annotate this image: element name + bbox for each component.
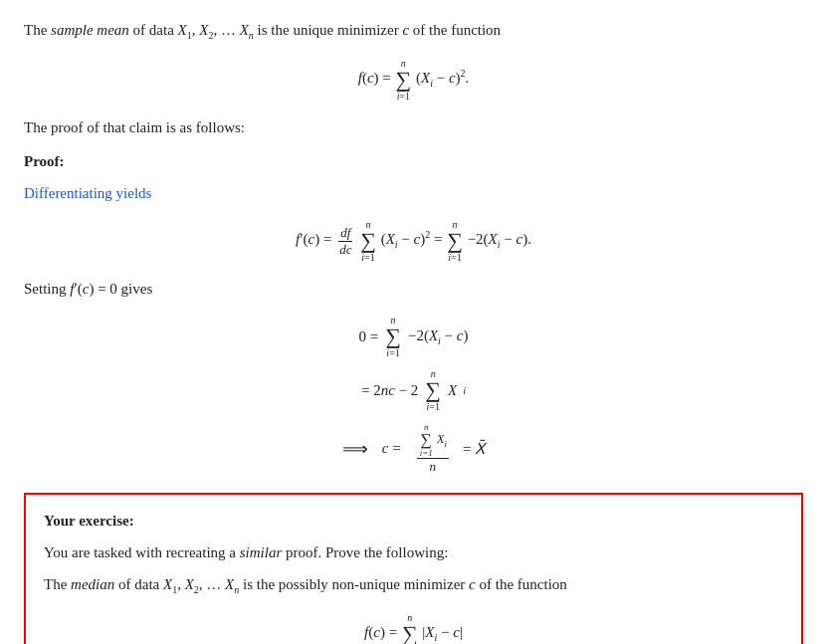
eq1-block: f(c) = n ∑ i=1 (Xi − c)2. — [24, 58, 803, 102]
differentiating-line: Differentiating yields — [24, 181, 803, 205]
sample-mean-em: sample mean — [51, 22, 129, 38]
exercise-box: Your exercise: You are tasked with recre… — [24, 493, 803, 644]
eq2-block: f′(c) = df dc n ∑ i=1 (Xi − c)2 = n ∑ i=… — [24, 219, 803, 263]
align-row-2: = 2nc − 2 n ∑ i=1 Xi — [361, 368, 466, 412]
intro-line: The sample mean of data X1, X2, … Xn is … — [24, 18, 803, 44]
setting-line: Setting f′(c) = 0 gives — [24, 277, 803, 301]
exercise-median-line: The median of data X1, X2, … Xn is the p… — [44, 572, 783, 598]
aligned-equations: 0 = n ∑ i=1 −2(Xi − c) = 2nc − 2 n ∑ i=1… — [24, 315, 803, 475]
align-row-1: 0 = n ∑ i=1 −2(Xi − c) — [359, 315, 469, 358]
proof-label: Proof: — [24, 149, 803, 173]
eq3-block: f(c) = n ∑ i=1 |Xi − c| — [44, 612, 783, 644]
intro-vars: X — [178, 22, 187, 38]
exercise-title: Your exercise: — [44, 509, 783, 533]
align-row-3: ⟹ c = n ∑ i=1 Xi n = X̄ — [342, 422, 485, 475]
exercise-intro: You are tasked with recreating a similar… — [44, 540, 783, 564]
proof-intro-line: The proof of that claim is as follows: — [24, 115, 803, 139]
